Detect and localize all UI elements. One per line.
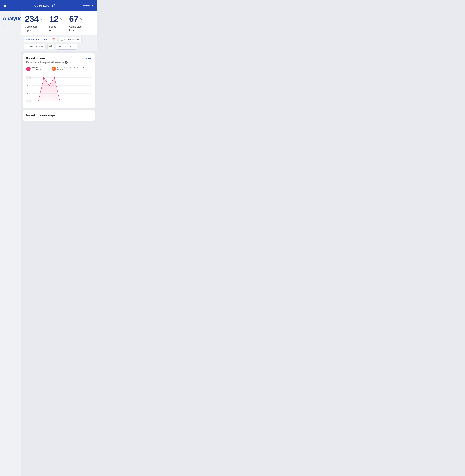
legend-label-total: TOTAL REPORTS: [32, 67, 48, 71]
stat-completed-reports: 234 ∿ Completedreports: [25, 15, 42, 32]
stat-failed-reports-label: Failedreports: [49, 25, 62, 32]
svg-text:Oct 16: Oct 16: [58, 102, 62, 104]
svg-text:Oct 21: Oct 21: [85, 102, 88, 104]
stat-completed-tasks: 67 ∿ Completedtasks: [69, 15, 82, 32]
classifiers-button[interactable]: Classifiers: [56, 44, 77, 50]
chart-subtitle: Reports in the time span that have error…: [26, 61, 68, 64]
app-title-sup: 1: [54, 3, 55, 6]
legend-label-fixed: FIXED BY THE END OF THE PERIOD: [57, 67, 91, 71]
svg-text:∨: ∨: [30, 100, 31, 102]
stats-row: 234 ∿ Completedreports 12 ∿ Failedreport…: [21, 11, 97, 35]
content-area: 234 ∿ Completedreports 12 ∿ Failedreport…: [21, 11, 97, 476]
menu-icon[interactable]: ☰: [3, 3, 7, 7]
help-icon[interactable]: ?: [65, 61, 68, 64]
filters-row: 10/11/2021 – 10/21/2021 📅 Include archiv…: [21, 35, 97, 51]
sidebar: Analytics ‹: [0, 11, 21, 476]
stat-failed-reports: 12 ∿ Failedreports: [49, 15, 62, 32]
calendar-icon: 📅: [52, 38, 55, 41]
stat-completed-tasks-label: Completedtasks: [69, 25, 82, 32]
data-point-oct11: [33, 101, 33, 101]
settings-icon: [49, 45, 52, 47]
x-axis: Oct 11 Oct 12 Oct 13 Oct 14 Oct 15 Oct 1…: [31, 102, 88, 104]
main-layout: Analytics ‹ 234 ∿ Completedreports 12 ∿ …: [0, 11, 97, 476]
svg-text:Oct 12: Oct 12: [36, 102, 41, 104]
stat-completed-reports-number: 234 ∿: [25, 15, 42, 23]
stat-failed-reports-number: 12 ∿: [49, 15, 62, 23]
stat-completed-tasks-trend: ∿: [80, 18, 82, 21]
failed-process-steps-title: Failed process steps: [26, 114, 91, 117]
chart-svg: 3 ∨ 2 1 0 ∨: [26, 75, 91, 105]
y-axis: 3 ∨ 2 1 0 ∨: [26, 76, 31, 102]
svg-text:∨: ∨: [30, 77, 31, 78]
legend-badge-total: 8: [26, 66, 31, 71]
checkbox-icon: [61, 38, 63, 41]
app-title: operations1: [34, 3, 55, 7]
chart-legend: 8 TOTAL REPORTS 0 FIXED BY THE END OF TH…: [26, 66, 91, 71]
app-header: ☰ operations1 EDITOR: [0, 0, 97, 11]
editor-label: EDITOR: [83, 4, 93, 7]
export-button[interactable]: EXPORT: [82, 57, 91, 60]
svg-text:2: 2: [27, 85, 28, 87]
svg-text:Oct 13: Oct 13: [42, 102, 46, 104]
stat-failed-reports-trend: ∿: [60, 18, 62, 21]
checkbox-icon-2: [26, 45, 28, 48]
legend-badge-fixed: 0: [52, 66, 56, 71]
classifiers-label: Classifiers: [63, 45, 74, 48]
classifiers-icon: [59, 45, 61, 48]
date-range-button[interactable]: 10/11/2021 – 10/21/2021 📅: [23, 37, 57, 42]
chart-container: 3 ∨ 2 1 0 ∨: [26, 75, 91, 106]
date-range-text: 10/11/2021 – 10/21/2021: [26, 38, 51, 41]
svg-text:Oct 11: Oct 11: [31, 102, 35, 104]
data-point-oct17: [65, 101, 65, 101]
data-point-oct18: [70, 101, 71, 101]
data-point-oct19: [75, 101, 76, 101]
data-point-oct15: [54, 77, 55, 78]
only-completed-label: Only completed: [29, 45, 43, 48]
include-archived-checkbox[interactable]: Include archived: [59, 37, 82, 42]
only-completed-checkbox[interactable]: Only completed: [23, 44, 46, 49]
legend-fixed-reports: 0 FIXED BY THE END OF THE PERIOD: [52, 66, 91, 71]
svg-text:0: 0: [28, 100, 29, 102]
svg-text:Oct 15: Oct 15: [53, 102, 56, 104]
data-point-oct16: [59, 101, 60, 101]
filter-settings-button[interactable]: [47, 44, 54, 49]
chart-title: Failed reports: [26, 57, 68, 60]
svg-text:Oct 18: Oct 18: [68, 102, 72, 104]
svg-text:3: 3: [28, 77, 29, 78]
failed-reports-card: Failed reports Reports in the time span …: [23, 53, 95, 109]
failed-process-steps-card: Failed process steps: [23, 110, 95, 121]
svg-text:Oct 14: Oct 14: [47, 102, 51, 104]
stat-completed-tasks-number: 67 ∿: [69, 15, 82, 23]
data-point-oct14: [49, 85, 50, 86]
svg-text:Oct 17: Oct 17: [63, 102, 67, 104]
include-archived-label: Include archived: [64, 38, 79, 41]
svg-text:1: 1: [27, 93, 28, 95]
data-point-oct12: [38, 101, 39, 101]
data-point-oct20: [81, 101, 81, 101]
data-point-oct21: [86, 101, 87, 101]
data-point-oct13: [43, 77, 44, 78]
legend-total-reports: 8 TOTAL REPORTS: [26, 66, 48, 71]
stat-completed-reports-trend: ∿: [40, 18, 42, 21]
svg-text:Oct 20: Oct 20: [79, 102, 83, 104]
svg-point-3: [51, 45, 52, 46]
stat-completed-reports-label: Completedreports: [25, 25, 42, 32]
svg-point-4: [50, 47, 51, 48]
sidebar-title: Analytics: [3, 16, 18, 22]
svg-text:Oct 19: Oct 19: [74, 102, 78, 104]
sidebar-back-button[interactable]: ‹: [3, 24, 18, 28]
